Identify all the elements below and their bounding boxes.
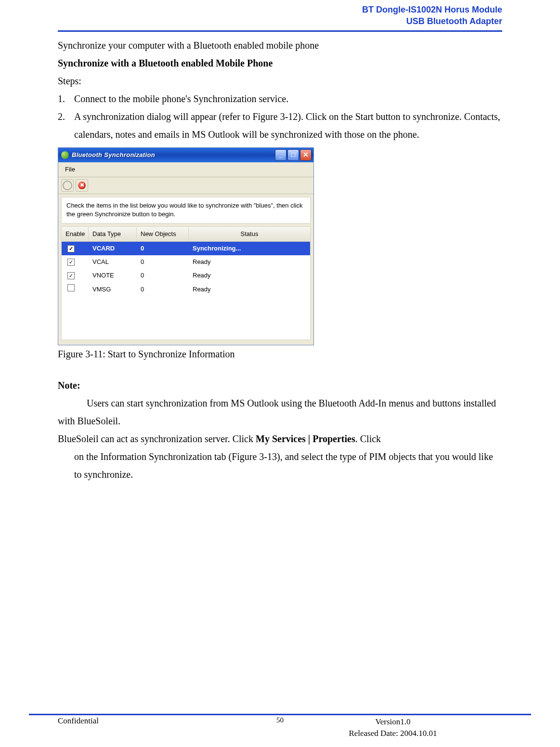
server-bold: My Services | Properties xyxy=(256,433,355,444)
titlebar[interactable]: Bluetooth Synchronization _ □ ✕ xyxy=(58,148,313,162)
figure-caption: Figure 3-11: Start to Synchronize Inform… xyxy=(58,345,502,363)
cell-new-objects: 0 xyxy=(137,255,189,269)
col-status[interactable]: Status xyxy=(189,227,310,241)
header-divider xyxy=(58,30,502,32)
step-1: 1. Connect to the mobile phone's Synchro… xyxy=(58,90,502,108)
table-body: ✓VCARD0Synchronizing...✓VCAL0Ready✓VNOTE… xyxy=(62,242,310,296)
step-2: 2. A synchronization dialog will appear … xyxy=(58,108,502,144)
intro-text: Synchronize your computer with a Bluetoo… xyxy=(58,37,502,54)
table-row[interactable]: VMSG0Ready xyxy=(62,283,310,296)
sync-table: Enable Data Type New Objects Status ✓VCA… xyxy=(61,226,311,340)
close-button[interactable]: ✕ xyxy=(300,149,312,161)
cell-data-type: VCARD xyxy=(89,242,137,255)
window-buttons: _ □ ✕ xyxy=(275,149,312,161)
steps-label: Steps: xyxy=(58,72,502,90)
step-2-text: A synchronization dialog will appear (re… xyxy=(74,108,502,144)
menu-bar: File xyxy=(58,162,313,177)
footer-released: Released Date: 2004.10.01 xyxy=(284,728,502,739)
cell-new-objects: 0 xyxy=(137,242,189,255)
step-2-number: 2. xyxy=(58,108,74,144)
header-line-2: USB Bluetooth Adapter xyxy=(58,15,502,27)
server-tail: . Click xyxy=(355,433,381,444)
cell-status: Ready xyxy=(189,255,310,269)
minimize-button[interactable]: _ xyxy=(275,149,287,161)
page-header: BT Dongle-IS1002N Horus Module USB Bluet… xyxy=(58,4,502,30)
col-new-objects[interactable]: New Objects xyxy=(137,227,189,241)
app-icon xyxy=(61,151,69,159)
header-line-1: BT Dongle-IS1002N Horus Module xyxy=(58,4,502,15)
page-footer: Confidential 50 Version1.0 Released Date… xyxy=(58,716,502,739)
checkbox-icon[interactable]: ✓ xyxy=(67,259,75,266)
instruction-text: Check the items in the list below you wo… xyxy=(61,197,311,224)
footer-divider xyxy=(29,714,531,715)
footer-page-number: 50 xyxy=(276,716,284,724)
cell-new-objects: 0 xyxy=(137,269,189,282)
cell-status: Ready xyxy=(189,269,310,282)
checkbox-icon[interactable]: ✓ xyxy=(67,245,75,252)
cell-data-type: VCAL xyxy=(89,255,137,269)
cell-status: Synchronizing... xyxy=(189,242,310,255)
cell-data-type: VMSG xyxy=(89,283,137,296)
cell-data-type: VNOTE xyxy=(89,269,137,282)
server-line-1: BlueSoleil can act as synchronization se… xyxy=(58,430,502,448)
table-row[interactable]: ✓VCAL0Ready xyxy=(62,255,310,269)
table-row[interactable]: ✓VNOTE0Ready xyxy=(62,269,310,282)
maximize-button[interactable]: □ xyxy=(287,149,299,161)
cell-enable[interactable] xyxy=(62,283,89,296)
checkbox-icon[interactable] xyxy=(67,284,75,291)
footer-confidential: Confidential xyxy=(58,716,276,726)
stop-button[interactable]: ✖ xyxy=(76,179,88,192)
sync-icon xyxy=(63,181,72,190)
col-data-type[interactable]: Data Type xyxy=(89,227,137,241)
table-spacer xyxy=(62,296,310,340)
body-content: Synchronize your computer with a Bluetoo… xyxy=(58,37,502,484)
col-enable[interactable]: Enable xyxy=(62,227,89,241)
toolbar: ✖ xyxy=(58,177,313,194)
note-block: Note: Users can start synchronization fr… xyxy=(58,377,502,484)
footer-version: Version1.0 xyxy=(284,716,502,728)
server-lead: BlueSoleil can act as synchronization se… xyxy=(58,433,256,444)
checkbox-icon[interactable]: ✓ xyxy=(67,272,75,279)
figure-block: Bluetooth Synchronization _ □ ✕ File ✖ xyxy=(58,147,502,363)
section-subtitle: Synchronize with a Bluetooth enabled Mob… xyxy=(58,54,502,72)
server-line-2: on the Information Synchronization tab (… xyxy=(58,448,502,484)
note-label: Note: xyxy=(58,377,502,394)
footer-right: Version1.0 Released Date: 2004.10.01 xyxy=(284,716,502,739)
menu-file[interactable]: File xyxy=(62,165,78,174)
window-title: Bluetooth Synchronization xyxy=(72,149,275,161)
cell-new-objects: 0 xyxy=(137,283,189,296)
stop-icon: ✖ xyxy=(78,182,86,189)
cell-enable[interactable]: ✓ xyxy=(62,242,89,255)
sync-button[interactable] xyxy=(61,179,74,192)
sync-window: Bluetooth Synchronization _ □ ✕ File ✖ xyxy=(58,147,314,345)
cell-enable[interactable]: ✓ xyxy=(62,269,89,282)
note-text: Users can start synchronization from MS … xyxy=(58,394,502,430)
cell-status: Ready xyxy=(189,283,310,296)
table-header: Enable Data Type New Objects Status xyxy=(62,227,310,242)
table-row[interactable]: ✓VCARD0Synchronizing... xyxy=(62,242,310,255)
cell-enable[interactable]: ✓ xyxy=(62,255,89,269)
step-1-text: Connect to the mobile phone's Synchroniz… xyxy=(74,90,502,108)
step-1-number: 1. xyxy=(58,90,74,108)
